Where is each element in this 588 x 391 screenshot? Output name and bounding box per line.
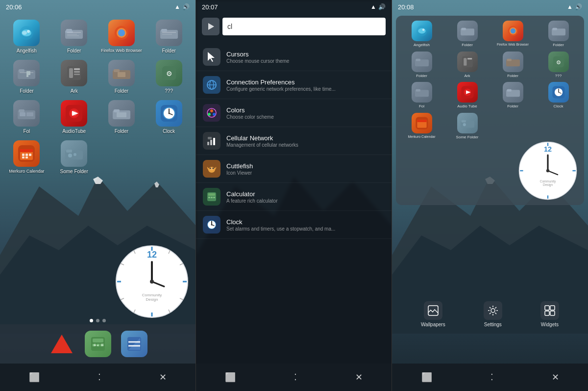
merkuro-icon — [13, 140, 40, 167]
app-folder-4[interactable]: Folder — [101, 60, 143, 94]
widgets-action[interactable]: Widgets — [540, 301, 559, 327]
search-arrow-icon — [206, 22, 215, 31]
app-fol[interactable]: Fol — [6, 100, 48, 134]
dot-3[interactable] — [102, 319, 106, 322]
drawer-merkuro[interactable]: Merkuro Calendar — [401, 113, 442, 140]
svg-rect-146 — [507, 58, 511, 61]
drawer-clock[interactable]: Clock — [538, 82, 579, 109]
drawer-firefox[interactable]: Firefox Web Browser — [492, 21, 534, 48]
search-query-text: cl — [227, 23, 232, 30]
screen-3: 20:08 ▲ 🔊 Angelfish Folder — [392, 0, 588, 391]
svg-rect-11 — [66, 29, 72, 32]
search-results-list: Cursors Choose mouse cursor theme Connec… — [196, 43, 392, 239]
drawer-folder4[interactable]: Folder — [492, 52, 534, 78]
svg-rect-47 — [117, 112, 126, 117]
nav-square-3[interactable]: ⬜ — [417, 368, 436, 387]
drawer-folder3-icon — [412, 52, 432, 72]
search-input[interactable]: cl — [222, 18, 386, 35]
drawer-folder1[interactable]: Folder — [446, 21, 488, 48]
svg-point-176 — [546, 169, 549, 172]
dock-settings[interactable] — [121, 331, 147, 357]
status-icons-3: ▲ 🔊 — [567, 3, 582, 10]
result-colors[interactable]: Colors Choose color scheme — [196, 99, 392, 127]
drawer-ark[interactable]: Ark — [446, 52, 488, 78]
nav-close-3[interactable]: ✕ — [548, 368, 563, 387]
clock-app-title: Clock — [226, 218, 335, 226]
status-time-2: 20:07 — [202, 3, 218, 11]
svg-rect-181 — [545, 311, 549, 315]
app-folder-1[interactable]: Folder — [53, 20, 95, 54]
svg-rect-180 — [550, 306, 555, 310]
settings-action[interactable]: Settings — [484, 301, 502, 327]
status-icons-2: ▲ 🔊 — [370, 3, 386, 10]
volume-icon-3: 🔊 — [575, 3, 582, 10]
dock-calc[interactable]: +-= — [85, 331, 111, 357]
ark-icon — [61, 60, 87, 86]
drawer-folder3[interactable]: Folder — [401, 52, 442, 78]
result-connection[interactable]: Connection Preferences Configure generic… — [196, 71, 392, 99]
result-cuttlefish[interactable]: Cuttlefish Icon Viewer — [196, 155, 392, 183]
app-folder-2[interactable]: Folder — [148, 20, 190, 54]
svg-marker-99 — [208, 23, 214, 30]
app-unknown[interactable]: ⚙ ??? — [148, 60, 190, 94]
drawer-fol-icon — [412, 82, 432, 103]
result-cursors[interactable]: Cursors Choose mouse cursor theme — [196, 43, 392, 71]
result-calculator[interactable]: Calculator A feature rich calculator — [196, 183, 392, 211]
drawer-folder4-label: Folder — [507, 74, 518, 78]
app-drawer: Angelfish Folder Firefox Web Browser Fol… — [396, 16, 584, 205]
colors-desc: Choose color scheme — [226, 114, 274, 120]
app-angelfish[interactable]: Angelfish — [6, 20, 48, 54]
svg-point-125 — [211, 224, 213, 226]
dot-1[interactable] — [90, 319, 93, 322]
app-folder-5[interactable]: Folder — [101, 100, 143, 134]
dock-1: +-= — [0, 324, 196, 364]
svg-rect-34 — [118, 72, 125, 77]
nav-close-2[interactable]: ✕ — [351, 368, 367, 387]
svg-rect-40 — [26, 112, 33, 116]
svg-rect-143 — [464, 58, 466, 66]
wallpapers-action[interactable]: Wallpapers — [421, 301, 445, 327]
drawer-firefox-icon — [503, 21, 523, 41]
status-time-3: 20:08 — [398, 3, 414, 11]
nav-close-1[interactable]: ✕ — [155, 368, 171, 387]
svg-point-65 — [74, 153, 76, 156]
result-cellular[interactable]: Cellular Network Management of cellular … — [196, 127, 392, 155]
app-some-folder[interactable]: Some Folder — [53, 140, 95, 175]
dot-2[interactable] — [96, 319, 99, 322]
result-clock-app[interactable]: Clock Set alarms and timers, use a stopw… — [196, 211, 392, 239]
app-clock[interactable]: Clock — [148, 100, 190, 134]
app-folder-3[interactable]: Folder — [6, 60, 48, 94]
status-bar-3: 20:08 ▲ 🔊 — [392, 0, 588, 14]
nav-square-1[interactable]: ⬜ — [25, 368, 44, 387]
app-audiotube[interactable]: AudioTube — [53, 100, 95, 134]
svg-text:Design: Design — [543, 183, 553, 187]
app-ark[interactable]: Ark — [53, 60, 95, 94]
settings-app-icon — [126, 336, 142, 352]
status-time-1: 20:06 — [6, 3, 22, 11]
svg-rect-111 — [208, 137, 212, 139]
svg-rect-119 — [211, 197, 213, 198]
nav-square-2[interactable]: ⬜ — [221, 368, 240, 387]
drawer-audiotube[interactable]: Audio Tube — [446, 82, 488, 109]
drawer-firefox-label: Firefox Web Browser — [497, 43, 529, 47]
clock-widget-1: 12 Community Design — [115, 245, 189, 318]
nav-dots-3[interactable]: ⁚ — [487, 368, 497, 387]
cursors-desc: Choose mouse cursor theme — [226, 58, 289, 64]
app-merkuro[interactable]: Merkuro Calendar — [6, 140, 48, 175]
drawer-angelfish[interactable]: Angelfish — [401, 21, 442, 48]
clock-result-icon — [203, 216, 220, 234]
drawer-angelfish-label: Angelfish — [414, 43, 430, 48]
dock-arch[interactable] — [49, 331, 75, 357]
nav-dots-1[interactable]: ⁚ — [94, 368, 105, 387]
svg-point-114 — [210, 168, 211, 169]
drawer-some-folder[interactable]: Some Folder — [446, 113, 488, 140]
drawer-folder2[interactable]: Folder — [538, 21, 579, 48]
arch-logo-icon — [51, 335, 73, 353]
drawer-folder5[interactable]: Folder — [492, 82, 534, 109]
svg-rect-150 — [416, 89, 420, 92]
nav-dots-2[interactable]: ⁚ — [290, 368, 301, 387]
drawer-unknown[interactable]: ⚙ ??? — [538, 52, 579, 78]
app-firefox[interactable]: Firefox Web Browser — [101, 20, 143, 54]
svg-text:=: = — [101, 342, 104, 348]
drawer-fol[interactable]: Fol — [401, 82, 442, 109]
